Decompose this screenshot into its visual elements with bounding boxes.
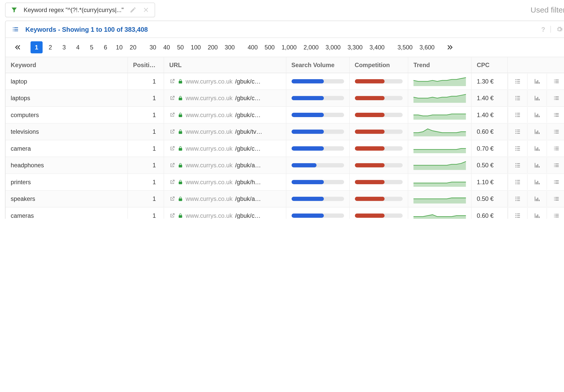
row-chart-button[interactable]	[527, 124, 547, 139]
row-chart-button[interactable]	[527, 208, 547, 219]
cell-url[interactable]: www.currys.co.uk/gbuk/a…	[164, 190, 286, 207]
panel-actions: ?	[541, 26, 563, 33]
page-6[interactable]: 6	[99, 41, 112, 53]
row-list-button[interactable]	[547, 208, 564, 219]
cell-keyword[interactable]: televisions	[6, 123, 128, 140]
page-400[interactable]: 400	[245, 41, 260, 53]
page-2[interactable]: 2	[44, 41, 56, 53]
page-10[interactable]: 10	[113, 41, 125, 53]
row-chart-button[interactable]	[527, 174, 547, 190]
cell-url[interactable]: www.currys.co.uk/gbuk/a…	[164, 157, 286, 174]
row-list-button[interactable]	[547, 74, 564, 89]
cell-keyword[interactable]: cameras	[6, 207, 128, 219]
edit-icon[interactable]	[130, 6, 137, 13]
row-details-button[interactable]	[508, 191, 527, 207]
row-chart-button[interactable]	[527, 158, 547, 173]
page-200[interactable]: 200	[205, 41, 220, 53]
page-30[interactable]: 30	[147, 41, 159, 53]
page-3[interactable]: 3	[58, 41, 70, 53]
row-chart-button[interactable]	[527, 90, 547, 106]
page-300[interactable]: 300	[222, 41, 237, 53]
external-link-icon[interactable]	[169, 179, 175, 185]
page-3,400[interactable]: 3,400	[367, 41, 387, 53]
row-details-button[interactable]	[508, 174, 527, 190]
cell-url[interactable]: www.currys.co.uk/gbuk/c…	[164, 107, 286, 123]
row-details-button[interactable]	[508, 141, 527, 156]
row-chart-button[interactable]	[527, 107, 547, 122]
row-chart-button[interactable]	[527, 191, 547, 207]
col-search-volume[interactable]: Search Volume	[286, 57, 349, 73]
row-chart-button[interactable]	[527, 74, 547, 89]
col-competition[interactable]: Competition	[349, 57, 408, 73]
row-list-button[interactable]	[547, 141, 564, 156]
external-link-icon[interactable]	[169, 196, 175, 202]
help-icon[interactable]: ?	[541, 26, 545, 33]
external-link-icon[interactable]	[169, 146, 175, 152]
external-link-icon[interactable]	[169, 213, 175, 219]
row-details-button[interactable]	[508, 158, 527, 173]
page-3,000[interactable]: 3,000	[323, 41, 343, 53]
row-list-button[interactable]	[547, 158, 564, 173]
row-details-button[interactable]	[508, 107, 527, 122]
table-row: televisions1www.currys.co.uk/gbuk/tv…0.6…	[6, 123, 564, 140]
page-500[interactable]: 500	[262, 41, 277, 53]
row-details-button[interactable]	[508, 124, 527, 139]
gear-icon[interactable]	[556, 26, 563, 33]
page-1,000[interactable]: 1,000	[279, 41, 299, 53]
row-details-button[interactable]	[508, 74, 527, 89]
cell-trend	[408, 123, 471, 140]
cell-search-volume	[286, 107, 349, 123]
col-keyword[interactable]: Keyword	[6, 57, 128, 73]
page-next[interactable]	[444, 41, 456, 53]
cell-keyword[interactable]: headphones	[6, 157, 128, 174]
cell-url[interactable]: www.currys.co.uk/gbuk/c…	[164, 73, 286, 90]
page-3,600[interactable]: 3,600	[417, 41, 437, 53]
page-4[interactable]: 4	[72, 41, 84, 53]
row-list-button[interactable]	[547, 191, 564, 207]
cell-competition	[349, 107, 408, 123]
row-list-button[interactable]	[547, 107, 564, 122]
cell-keyword[interactable]: laptops	[6, 90, 128, 107]
filter-chip[interactable]: Keyword regex "^(?!.*(curry|currys|..."	[5, 3, 155, 17]
cell-competition	[349, 123, 408, 140]
page-3,300[interactable]: 3,300	[345, 41, 365, 53]
external-link-icon[interactable]	[169, 78, 175, 85]
page-40[interactable]: 40	[160, 41, 173, 53]
external-link-icon[interactable]	[169, 129, 175, 135]
row-list-button[interactable]	[547, 174, 564, 190]
row-chart-button[interactable]	[527, 141, 547, 156]
cell-url[interactable]: www.currys.co.uk/gbuk/h…	[164, 174, 286, 191]
page-3,500[interactable]: 3,500	[395, 41, 415, 53]
col-position[interactable]: Positi…	[128, 57, 164, 73]
cell-url[interactable]: www.currys.co.uk/gbuk/c…	[164, 207, 286, 219]
external-link-icon[interactable]	[169, 95, 175, 101]
page-1[interactable]: 1	[31, 41, 43, 53]
lock-icon	[178, 78, 183, 85]
cell-url[interactable]: www.currys.co.uk/gbuk/c…	[164, 140, 286, 157]
cell-url[interactable]: www.currys.co.uk/gbuk/tv…	[164, 123, 286, 140]
page-20[interactable]: 20	[127, 41, 139, 53]
cell-url[interactable]: www.currys.co.uk/gbuk/c…	[164, 90, 286, 107]
col-cpc[interactable]: CPC	[471, 57, 508, 73]
row-details-button[interactable]	[508, 90, 527, 106]
used-filters-label[interactable]: Used filters	[531, 5, 564, 14]
page-prev[interactable]	[12, 41, 24, 53]
col-trend[interactable]: Trend	[408, 57, 471, 73]
external-link-icon[interactable]	[169, 162, 175, 168]
cell-keyword[interactable]: speakers	[6, 190, 128, 207]
external-link-icon[interactable]	[169, 112, 175, 118]
cell-keyword[interactable]: camera	[6, 140, 128, 157]
col-url[interactable]: URL	[164, 57, 286, 73]
cell-keyword[interactable]: laptop	[6, 73, 128, 90]
cell-keyword[interactable]: computers	[6, 107, 128, 123]
cell-cpc: 1.10 €	[471, 174, 508, 191]
row-list-button[interactable]	[547, 124, 564, 139]
page-5[interactable]: 5	[86, 41, 98, 53]
page-2,000[interactable]: 2,000	[301, 41, 321, 53]
cell-keyword[interactable]: printers	[6, 174, 128, 191]
row-list-button[interactable]	[547, 90, 564, 106]
page-50[interactable]: 50	[174, 41, 186, 53]
page-100[interactable]: 100	[188, 41, 203, 53]
close-icon[interactable]	[143, 6, 149, 13]
row-details-button[interactable]	[508, 208, 527, 219]
